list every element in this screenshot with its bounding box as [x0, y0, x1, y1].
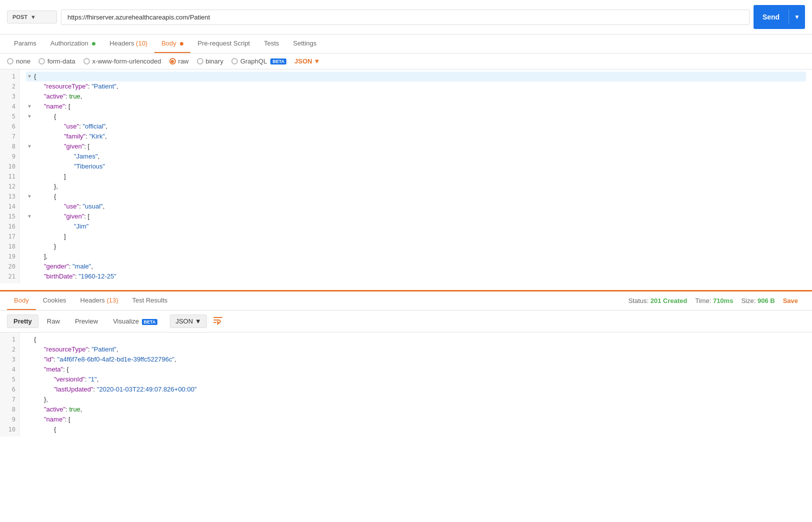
- json-format-dropdown[interactable]: JSON ▼: [294, 58, 320, 65]
- resp-code-line: "lastUpdated": "2020-01-03T22:49:07.826+…: [26, 384, 806, 394]
- body-dot: [180, 42, 183, 46]
- method-chevron: ▼: [30, 14, 36, 20]
- tab-authorization[interactable]: Authorization: [43, 34, 103, 53]
- tab-headers[interactable]: Headers (10): [102, 34, 154, 53]
- send-dropdown-button[interactable]: ▼: [789, 10, 805, 24]
- resp-code-line: {: [26, 424, 806, 434]
- response-tabs: Body Cookies Headers (13) Test Results S…: [0, 292, 812, 310]
- option-graphql[interactable]: GraphQL BETA: [231, 58, 286, 65]
- tab-prerequest[interactable]: Pre-request Script: [190, 34, 257, 53]
- toggle-btn[interactable]: ▼: [26, 193, 33, 200]
- time-value: 710ms: [713, 297, 733, 304]
- code-line: "Tiberious": [26, 162, 806, 172]
- radio-x-www: [83, 58, 90, 64]
- fmt-tab-raw[interactable]: Raw: [40, 314, 66, 328]
- option-form-data[interactable]: form-data: [38, 58, 75, 65]
- fmt-tab-preview[interactable]: Preview: [68, 314, 104, 328]
- request-code-lines: ▼ { "resourceType": "Patient", "active":…: [20, 70, 812, 284]
- resp-code-line: "active": true,: [26, 404, 806, 414]
- status-label: Status: 201 Created: [628, 297, 687, 304]
- code-line: ▼ {: [26, 112, 806, 122]
- resp-code-line: "name": [: [26, 414, 806, 424]
- response-status-bar: Status: 201 Created Time: 710ms Size: 90…: [628, 297, 805, 304]
- save-button[interactable]: Save: [783, 297, 798, 304]
- time-label: Time: 710ms: [695, 297, 733, 304]
- option-x-www[interactable]: x-www-form-urlencoded: [83, 58, 161, 65]
- resp-code-line: "versionId": "1",: [26, 374, 806, 384]
- code-line: "resourceType": "Patient",: [26, 82, 806, 92]
- request-line-numbers: 1 2 3 4 5 6 7 8 9 10 11 12 13 14 15 16 1…: [0, 70, 20, 284]
- option-binary[interactable]: binary: [197, 58, 223, 65]
- code-line: "use": "official",: [26, 122, 806, 132]
- code-line: "family": "Kirk",: [26, 132, 806, 142]
- resp-code-line: "meta": {: [26, 364, 806, 374]
- fmt-tab-pretty[interactable]: Pretty: [7, 314, 38, 328]
- code-line: "birthDate": "1960-12-25": [26, 272, 806, 282]
- wrap-button[interactable]: [213, 316, 223, 327]
- fmt-tab-visualize[interactable]: Visualize BETA: [106, 314, 164, 328]
- code-line: ▼ "given": [: [26, 212, 806, 222]
- method-dropdown[interactable]: POST ▼: [7, 10, 57, 24]
- tab-tests[interactable]: Tests: [257, 34, 286, 53]
- size-label: Size: 906 B: [741, 297, 775, 304]
- code-line: ▼ "given": [: [26, 142, 806, 152]
- format-tabs: Pretty Raw Preview Visualize BETA JSON ▼: [0, 310, 812, 332]
- send-button-group: Send ▼: [754, 5, 805, 29]
- radio-none: [7, 58, 13, 64]
- request-code: 1 2 3 4 5 6 7 8 9 10 11 12 13 14 15 16 1…: [0, 70, 812, 284]
- resp-tab-cookies[interactable]: Cookies: [36, 292, 73, 310]
- code-line: ],: [26, 252, 806, 262]
- radio-form-data: [38, 58, 45, 64]
- status-value: 201 Created: [651, 297, 688, 304]
- code-line: "James",: [26, 152, 806, 162]
- json-chevron: ▼: [314, 58, 320, 65]
- authorization-dot: [92, 42, 95, 46]
- send-button[interactable]: Send: [754, 9, 789, 25]
- code-line: "Jim": [26, 222, 806, 232]
- request-editor[interactable]: 1 2 3 4 5 6 7 8 9 10 11 12 13 14 15 16 1…: [0, 70, 812, 290]
- resp-json-chevron: ▼: [195, 318, 201, 325]
- response-line-numbers: 1 2 3 4 5 6 7 8 9 10: [0, 332, 20, 436]
- radio-raw: [169, 58, 176, 64]
- graphql-beta-badge: BETA: [270, 58, 286, 64]
- resp-tab-body[interactable]: Body: [7, 292, 36, 310]
- resp-tab-test-results[interactable]: Test Results: [125, 292, 175, 310]
- url-input[interactable]: [61, 10, 750, 25]
- option-raw[interactable]: raw: [169, 58, 189, 65]
- code-line: "gender": "male",: [26, 262, 806, 272]
- code-line: "active": true,: [26, 92, 806, 102]
- resp-tab-headers[interactable]: Headers (13): [73, 292, 125, 310]
- option-none[interactable]: none: [7, 58, 30, 65]
- radio-binary: [197, 58, 203, 64]
- method-label: POST: [12, 14, 27, 20]
- resp-code-line: "id": "a4f6f7e8-6bf0-4af2-bd1e-39ffc5227…: [26, 354, 806, 364]
- code-line: ]: [26, 232, 806, 242]
- visualize-beta-badge: BETA: [142, 319, 158, 325]
- resp-code-line: "resourceType": "Patient",: [26, 344, 806, 354]
- request-tabs: Params Authorization Headers (10) Body P…: [0, 34, 812, 54]
- request-bar: POST ▼ Send ▼: [0, 0, 812, 34]
- toggle-btn[interactable]: ▼: [26, 73, 33, 80]
- response-code: 1 2 3 4 5 6 7 8 9 10 {: [0, 332, 812, 436]
- toggle-btn[interactable]: ▼: [26, 143, 33, 150]
- wrap-icon: [213, 316, 223, 324]
- toggle-btn[interactable]: ▼: [26, 213, 33, 220]
- code-line: ▼ "name": [: [26, 102, 806, 112]
- resp-code-line: {: [26, 334, 806, 344]
- code-line: ▼ {: [26, 192, 806, 202]
- body-options: none form-data x-www-form-urlencoded raw…: [0, 54, 812, 70]
- tab-settings[interactable]: Settings: [286, 34, 324, 53]
- response-editor[interactable]: 1 2 3 4 5 6 7 8 9 10 {: [0, 332, 812, 522]
- tab-body[interactable]: Body: [154, 34, 190, 53]
- code-line: }: [26, 242, 806, 252]
- code-line: },: [26, 182, 806, 192]
- response-code-lines: { "resourceType": "Patient", "id": "a4f6…: [20, 332, 812, 436]
- tab-params[interactable]: Params: [7, 34, 43, 53]
- toggle-btn[interactable]: ▼: [26, 103, 33, 110]
- resp-code-line: },: [26, 394, 806, 404]
- radio-graphql: [231, 58, 238, 64]
- resp-json-dropdown[interactable]: JSON ▼: [170, 314, 207, 328]
- toggle-btn[interactable]: ▼: [26, 113, 33, 120]
- size-value: 906 B: [758, 297, 775, 304]
- code-line: ]: [26, 172, 806, 182]
